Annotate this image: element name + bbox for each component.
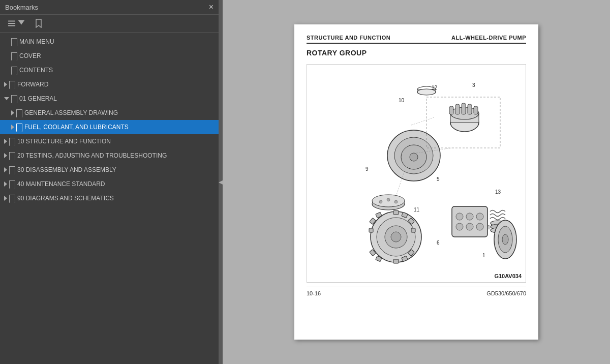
svg-rect-26 bbox=[455, 104, 460, 114]
doc-section-title: ROTARY GROUP bbox=[307, 49, 526, 57]
doc-content-area: STRUCTURE AND FUNCTION ALL-WHEEL-DRIVE P… bbox=[223, 0, 610, 364]
panel-separator[interactable]: ◀ bbox=[219, 0, 223, 364]
bookmark-list: MAIN MENU COVER CONTENTS FORWARD bbox=[0, 33, 219, 364]
svg-point-61 bbox=[476, 223, 483, 230]
arrow-forward bbox=[4, 82, 7, 87]
svg-rect-46 bbox=[411, 228, 415, 232]
bookmark-icon-30-disassembly bbox=[9, 166, 14, 173]
bookmark-icon-cover bbox=[11, 52, 16, 59]
svg-text:5: 5 bbox=[437, 176, 440, 182]
toolbar bbox=[0, 15, 219, 33]
arrow-20-testing bbox=[4, 153, 7, 158]
bookmark-icon-forward bbox=[9, 81, 14, 88]
bookmark-icon-10-structure bbox=[9, 138, 14, 145]
bookmark-label-cover: COVER bbox=[19, 52, 215, 59]
svg-line-69 bbox=[411, 117, 434, 125]
bookmark-item-01-general[interactable]: 01 GENERAL bbox=[0, 92, 219, 106]
bookmark-item-40-maintenance[interactable]: 40 MAINTENANCE STANDARD bbox=[0, 177, 219, 191]
svg-point-57 bbox=[466, 213, 473, 220]
bookmark-label-10-structure: 10 STRUCTURE AND FUNCTION bbox=[17, 138, 215, 145]
svg-rect-0 bbox=[8, 21, 15, 22]
bookmark-label-90-diagrams: 90 DIAGRAMS AND SCHEMATICS bbox=[17, 195, 215, 202]
svg-point-33 bbox=[410, 153, 418, 161]
figure-label: G10AV034 bbox=[494, 273, 522, 279]
bookmark-label-contents: CONTENTS bbox=[19, 67, 215, 74]
svg-point-21 bbox=[417, 89, 436, 95]
svg-point-58 bbox=[476, 213, 483, 220]
svg-rect-29 bbox=[474, 106, 478, 114]
arrow-90-diagrams bbox=[4, 196, 7, 201]
collapse-arrow-icon: ◀ bbox=[219, 179, 223, 185]
document-page: STRUCTURE AND FUNCTION ALL-WHEEL-DRIVE P… bbox=[294, 24, 538, 340]
svg-text:3: 3 bbox=[472, 82, 475, 88]
bookmark-item-30-disassembly[interactable]: 30 DISASSEMBLY AND ASSEMBLY bbox=[0, 163, 219, 177]
svg-rect-28 bbox=[468, 104, 472, 114]
bookmark-icon-fuel-coolant bbox=[16, 124, 21, 131]
svg-text:13: 13 bbox=[495, 189, 501, 195]
bookmark-icon-40-maintenance bbox=[9, 180, 14, 188]
bookmark-icon-main-menu bbox=[11, 38, 16, 45]
svg-marker-3 bbox=[18, 20, 25, 25]
doc-footer: 10-16 GD530/650/670 bbox=[307, 287, 526, 296]
bookmark-label-general-assembly: GENERAL ASSEMBLY DRAWING bbox=[24, 109, 215, 116]
svg-rect-50 bbox=[393, 259, 399, 263]
svg-rect-1 bbox=[8, 23, 15, 24]
svg-text:1: 1 bbox=[482, 253, 485, 258]
svg-rect-43 bbox=[393, 210, 399, 215]
bookmark-item-10-structure[interactable]: 10 STRUCTURE AND FUNCTION bbox=[0, 134, 219, 148]
arrow-30-disassembly bbox=[4, 167, 7, 172]
bookmark-item-20-testing[interactable]: 20 TESTING, ADJUSTING AND TROUBLESHOOTIN… bbox=[0, 148, 219, 163]
bookmark-icon-90-diagrams bbox=[9, 195, 14, 202]
bookmark-item-cover[interactable]: COVER bbox=[0, 49, 219, 63]
bookmark-label-main-menu: MAIN MENU bbox=[19, 38, 215, 45]
bookmark-icon-general-assembly bbox=[16, 109, 21, 116]
bookmark-label-40-maintenance: 40 MAINTENANCE STANDARD bbox=[17, 180, 215, 188]
svg-point-36 bbox=[379, 200, 382, 203]
list-icon bbox=[7, 19, 16, 28]
bookmark-label-20-testing: 20 TESTING, ADJUSTING AND TROUBLESHOOTIN… bbox=[17, 152, 215, 159]
svg-point-37 bbox=[387, 198, 390, 201]
svg-rect-25 bbox=[449, 106, 453, 114]
svg-point-42 bbox=[391, 232, 401, 242]
arrow-01-general bbox=[4, 97, 9, 100]
bookmark-toolbar-icon bbox=[34, 19, 43, 28]
document-panel: STRUCTURE AND FUNCTION ALL-WHEEL-DRIVE P… bbox=[223, 0, 610, 364]
bookmark-item-90-diagrams[interactable]: 90 DIAGRAMS AND SCHEMATICS bbox=[0, 191, 219, 205]
doc-diagram: 12 3 10 9 5 11 4 6 8 7 13 2 15 14 1 bbox=[307, 64, 526, 283]
svg-text:6: 6 bbox=[437, 240, 440, 246]
doc-header-right: ALL-WHEEL-DRIVE PUMP bbox=[451, 35, 526, 41]
svg-rect-55 bbox=[452, 206, 487, 237]
bookmark-label-01-general: 01 GENERAL bbox=[19, 95, 215, 102]
rotary-group-diagram: 12 3 10 9 5 11 4 6 8 7 13 2 15 14 1 bbox=[315, 72, 518, 275]
bookmark-item-main-menu[interactable]: MAIN MENU bbox=[0, 35, 219, 49]
bookmark-label-forward: FORWARD bbox=[17, 81, 215, 88]
bookmark-icon-20-testing bbox=[9, 152, 14, 159]
bookmark-item-fuel-coolant[interactable]: FUEL, COOLANT, AND LUBRICANTS bbox=[0, 120, 219, 134]
list-view-button[interactable] bbox=[5, 18, 28, 29]
svg-text:11: 11 bbox=[414, 207, 420, 213]
bookmark-item-forward[interactable]: FORWARD bbox=[0, 77, 219, 92]
svg-text:9: 9 bbox=[365, 166, 369, 172]
svg-point-38 bbox=[394, 200, 398, 203]
svg-point-59 bbox=[456, 223, 463, 230]
bookmark-item-contents[interactable]: CONTENTS bbox=[0, 63, 219, 77]
bookmark-icon-01-general bbox=[11, 95, 16, 102]
svg-point-56 bbox=[456, 213, 463, 220]
svg-rect-27 bbox=[462, 103, 466, 114]
bookmark-view-button[interactable] bbox=[32, 18, 45, 29]
doc-header-left: STRUCTURE AND FUNCTION bbox=[307, 35, 390, 41]
bookmark-item-general-assembly[interactable]: GENERAL ASSEMBLY DRAWING bbox=[0, 106, 219, 120]
svg-rect-2 bbox=[8, 25, 15, 26]
arrow-fuel-coolant bbox=[11, 125, 14, 130]
bookmark-label-fuel-coolant: FUEL, COOLANT, AND LUBRICANTS bbox=[24, 124, 215, 131]
close-button[interactable]: × bbox=[209, 3, 214, 11]
arrow-10-structure bbox=[4, 139, 7, 144]
bookmark-icon-contents bbox=[11, 67, 16, 74]
panel-header: Bookmarks × bbox=[0, 0, 219, 15]
doc-header: STRUCTURE AND FUNCTION ALL-WHEEL-DRIVE P… bbox=[307, 35, 526, 44]
svg-point-67 bbox=[502, 234, 508, 245]
panel-title: Bookmarks bbox=[5, 4, 38, 11]
svg-point-60 bbox=[466, 223, 473, 230]
page-number: 10-16 bbox=[307, 290, 321, 296]
arrow-40-maintenance bbox=[4, 181, 7, 187]
